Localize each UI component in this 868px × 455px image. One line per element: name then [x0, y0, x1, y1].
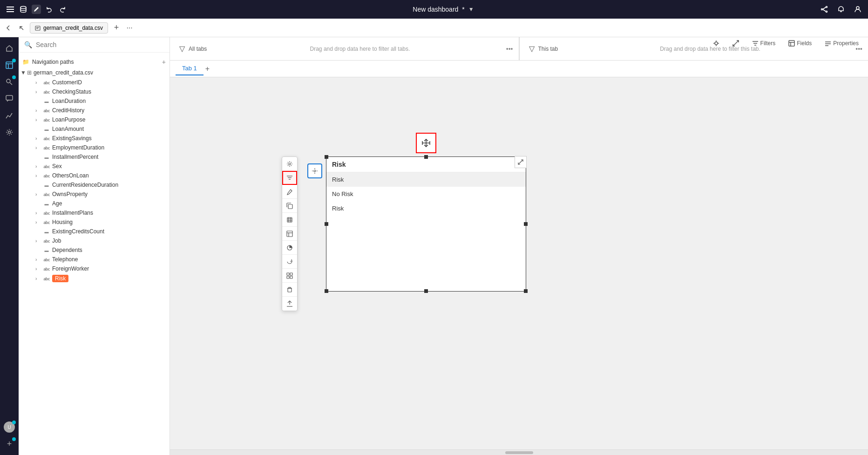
back-icon[interactable]	[4, 23, 13, 33]
filter-widget-btn[interactable]	[307, 163, 322, 178]
add-sidebar-icon[interactable]: +	[2, 436, 17, 451]
ft-copy-btn[interactable]	[282, 199, 297, 213]
field-chevron: ›	[35, 276, 42, 281]
pen-icon[interactable]	[32, 5, 41, 14]
home-sidebar-icon[interactable]	[2, 41, 17, 56]
ft-settings-btn[interactable]	[282, 157, 297, 171]
field-item[interactable]: ›abcOwnsProperty	[19, 190, 170, 199]
ft-filter-btn[interactable]	[282, 171, 297, 185]
field-label: CreditHistory	[52, 107, 84, 114]
tab-add-btn[interactable]: +	[205, 65, 210, 73]
field-item[interactable]: ▬Age	[19, 199, 170, 208]
field-item[interactable]: ›abcOthersOnLoan	[19, 171, 170, 180]
user-icon[interactable]	[853, 5, 862, 14]
svg-point-3	[20, 7, 26, 9]
ft-grid-btn[interactable]	[282, 269, 297, 283]
svg-point-21	[8, 131, 11, 134]
menu-icon[interactable]	[6, 5, 15, 14]
ft-edit-btn[interactable]	[282, 185, 297, 199]
field-item[interactable]: ▬LoanDuration	[19, 96, 170, 106]
widget-item-1[interactable]: No Risk	[326, 187, 526, 201]
field-type-icon: abc	[43, 80, 50, 85]
field-item[interactable]: ›abcHousing	[19, 217, 170, 227]
dashboard-dropdown[interactable]: ▼	[468, 6, 474, 13]
data-sidebar-icon[interactable]	[2, 58, 17, 73]
nav-paths-add[interactable]: +	[162, 58, 166, 66]
redo-icon[interactable]	[58, 5, 67, 14]
properties-btn[interactable]: Properties	[821, 38, 862, 48]
undo-icon[interactable]	[45, 5, 54, 14]
move-handle[interactable]	[416, 133, 436, 153]
search-input[interactable]	[36, 41, 164, 48]
field-item[interactable]: ›abcCheckingStatus	[19, 87, 170, 96]
fields-label: Fields	[797, 40, 812, 47]
focus-btn[interactable]	[709, 38, 723, 48]
widget-item-0[interactable]: Risk	[326, 172, 526, 187]
expand-btn[interactable]	[729, 38, 743, 48]
tab-1-label: Tab 1	[182, 65, 197, 72]
field-item[interactable]: ›abcExistingSavings	[19, 134, 170, 143]
chart-sidebar-icon[interactable]	[2, 108, 17, 123]
field-item[interactable]: ›abcInstallmentPlans	[19, 208, 170, 217]
widget-expand-btn[interactable]	[515, 156, 527, 168]
field-chevron: ›	[35, 192, 42, 197]
field-item[interactable]: ›abcLoanPurpose	[19, 115, 170, 124]
field-item[interactable]: ›abcCreditHistory	[19, 106, 170, 115]
widget-item-2[interactable]: Risk	[326, 201, 526, 216]
all-tabs-drop-text: Drag and drop data here to filter all ta…	[210, 46, 509, 52]
add-tab-icon[interactable]: +	[112, 23, 121, 33]
datasource-icon[interactable]	[19, 5, 28, 14]
field-item[interactable]: ▬Dependents	[19, 245, 170, 255]
settings-sidebar-icon[interactable]	[2, 125, 17, 140]
ft-frame-btn[interactable]	[282, 213, 297, 227]
field-label: EmploymentDuration	[52, 144, 104, 151]
field-item[interactable]: ›abcEmploymentDuration	[19, 143, 170, 152]
field-item[interactable]: ›abcJob	[19, 236, 170, 245]
ft-delete-btn[interactable]	[282, 283, 297, 297]
field-item[interactable]: ▬ExistingCreditsCount	[19, 227, 170, 236]
share-icon[interactable]	[820, 5, 829, 14]
field-type-icon: abc	[43, 257, 50, 262]
resize-bot-left[interactable]	[325, 289, 328, 293]
resize-mid-left[interactable]	[325, 222, 328, 226]
fields-btn[interactable]: Fields	[785, 38, 815, 48]
ft-refresh-btn[interactable]	[282, 255, 297, 269]
field-label: ForeignWorker	[52, 265, 89, 272]
datasource-row[interactable]: ▼ ⊞ german_credit_data.csv	[19, 68, 170, 78]
field-label: InstallmentPlans	[52, 210, 93, 216]
resize-bot-mid[interactable]	[424, 289, 428, 293]
field-item[interactable]: ▬InstallmentPercent	[19, 152, 170, 162]
notification-icon[interactable]	[836, 5, 846, 14]
scrollbar-thumb[interactable]	[505, 451, 533, 454]
filters-btn[interactable]: Filters	[748, 38, 780, 48]
svg-line-27	[736, 41, 739, 43]
user-avatar-sidebar[interactable]: U	[2, 420, 17, 435]
field-type-icon: ▬	[43, 182, 50, 188]
field-item[interactable]: ›abcForeignWorker	[19, 264, 170, 273]
file-tab[interactable]: german_credit_data.csv	[30, 22, 108, 34]
resize-top-mid[interactable]	[424, 155, 428, 159]
tab-1[interactable]: Tab 1	[176, 62, 203, 75]
resize-top-left[interactable]	[325, 155, 328, 159]
resize-bot-right[interactable]	[524, 289, 528, 293]
field-item[interactable]: ›abcRisk	[19, 273, 170, 284]
ft-chart-btn[interactable]	[282, 241, 297, 255]
home-up-icon[interactable]	[17, 23, 26, 33]
more-tabs-icon[interactable]: ···	[125, 23, 134, 33]
search-bar: 🔍	[19, 37, 170, 53]
resize-mid-right[interactable]	[524, 222, 528, 226]
ft-upload-btn[interactable]	[282, 297, 297, 311]
field-item[interactable]: ▬CurrentResidenceDuration	[19, 180, 170, 190]
comment-sidebar-icon[interactable]	[2, 91, 17, 106]
bottom-scrollbar[interactable]	[170, 449, 868, 455]
all-tabs-more[interactable]: •••	[506, 45, 513, 53]
search-sidebar-icon[interactable]	[2, 75, 17, 89]
field-item[interactable]: ›abcCustomerID	[19, 78, 170, 87]
field-label: OthersOnLoan	[52, 172, 89, 179]
field-item[interactable]: ›abcTelephone	[19, 255, 170, 264]
field-chevron: ›	[35, 117, 42, 122]
field-item[interactable]: ›abcSex	[19, 162, 170, 171]
ft-table-btn[interactable]	[282, 227, 297, 241]
content-area: Filters Fields Properties ▽ All tabs Dra…	[170, 37, 868, 455]
field-item[interactable]: ▬LoanAmount	[19, 124, 170, 134]
